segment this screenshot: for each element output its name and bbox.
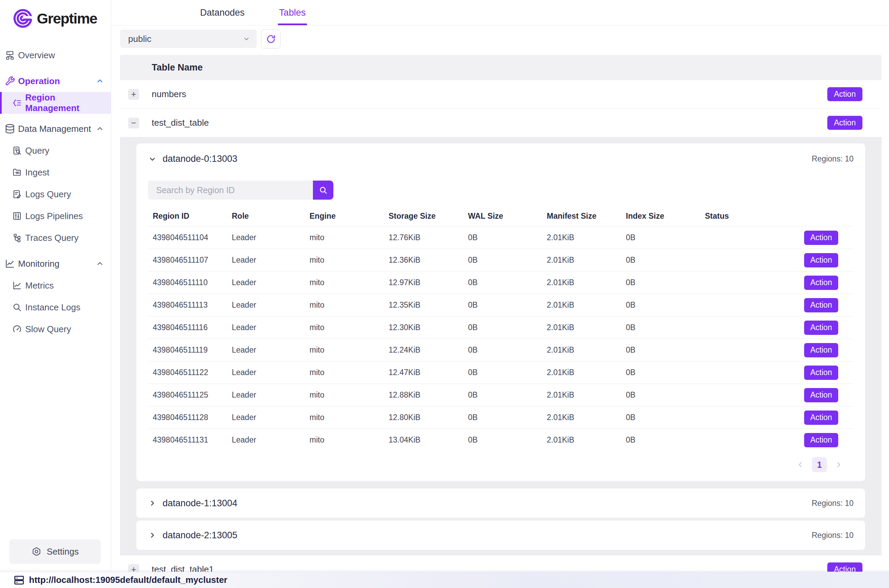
sidebar-item-metrics[interactable]: Metrics [0, 274, 111, 296]
table-row[interactable]: − test_dist_table Action [120, 109, 881, 137]
manifest-size-cell: 2.01KiB [547, 345, 626, 355]
tables-content: public Table Name [111, 26, 881, 584]
action-button[interactable]: Action [827, 116, 862, 130]
metrics-icon [12, 280, 22, 291]
sidebar-item-label: Slow Query [25, 324, 71, 334]
region-row[interactable]: 4398046511110 Leader mito 12.97KiB 0B 2.… [148, 271, 853, 294]
action-button[interactable]: Action [827, 87, 862, 101]
page-number[interactable]: 1 [812, 457, 827, 472]
chevron-down-icon[interactable] [148, 154, 157, 164]
app-window: Greptime Overview O [0, 0, 889, 588]
region-column-header: Engine [309, 212, 389, 221]
chevron-right-icon[interactable] [148, 531, 157, 540]
sidebar-item-label: Traces Query [25, 232, 79, 243]
region-action-button[interactable]: Action [804, 411, 838, 425]
cluster-name: default/default_mycluster [120, 575, 227, 585]
sidebar-item-overview[interactable]: Overview [0, 44, 111, 66]
region-action-button[interactable]: Action [804, 298, 838, 312]
sidebar-item-query[interactable]: Query [0, 140, 111, 162]
region-column-header: Region ID [153, 212, 232, 221]
datanode-card-collapsed[interactable]: datanode-1:13004 Regions: 10 [136, 489, 865, 518]
wal-size-cell: 0B [468, 413, 547, 422]
expand-plus-icon[interactable]: + [128, 89, 139, 100]
tab-datanodes[interactable]: Datanodes [200, 0, 245, 25]
main-area: Datanodes Tables public [111, 0, 889, 588]
region-id-cell: 4398046511104 [153, 233, 232, 242]
chevron-right-icon[interactable] [148, 499, 157, 508]
sidebar-item-label: Query [25, 146, 50, 156]
sidebar-item-logs-pipelines[interactable]: Logs Pipelines [0, 205, 111, 227]
server-url[interactable]: http://localhost:19095 [29, 575, 120, 585]
region-action-button[interactable]: Action [804, 366, 838, 380]
storage-size-cell: 13.04KiB [389, 435, 468, 445]
chevron-up-icon[interactable] [96, 77, 104, 85]
region-row[interactable]: 4398046511125 Leader mito 12.88KiB 0B 2.… [148, 384, 853, 406]
region-search-button[interactable] [313, 180, 333, 200]
storage-size-cell: 12.36KiB [389, 255, 468, 265]
settings-button[interactable]: Settings [9, 539, 101, 564]
wal-size-cell: 0B [468, 278, 547, 287]
datanode-card-collapsed[interactable]: datanode-2:13005 Regions: 10 [136, 520, 865, 550]
schema-select[interactable]: public [120, 30, 257, 48]
sidebar-item-slow-query[interactable]: Slow Query [0, 318, 111, 340]
sidebar-item-data-management[interactable]: Data Management [0, 118, 111, 140]
region-table-header-row: Region IDRoleEngineStorage SizeWAL SizeM… [148, 206, 853, 226]
sidebar-item-ingest[interactable]: Ingest [0, 162, 111, 183]
status-bar: http://localhost:19095 default/default_m… [0, 572, 889, 588]
logs-pipelines-icon [12, 211, 22, 221]
region-row[interactable]: 4398046511128 Leader mito 12.80KiB 0B 2.… [148, 406, 853, 429]
region-action-button[interactable]: Action [804, 321, 838, 335]
sidebar-item-monitoring[interactable]: Monitoring [0, 253, 111, 274]
gear-icon [32, 546, 42, 556]
index-size-cell: 0B [626, 233, 705, 242]
region-search-input[interactable] [148, 180, 313, 200]
storage-size-cell: 12.24KiB [389, 345, 468, 355]
region-row[interactable]: 4398046511122 Leader mito 12.47KiB 0B 2.… [148, 361, 853, 384]
region-action-button[interactable]: Action [804, 433, 838, 447]
prev-page-icon[interactable] [796, 460, 805, 469]
sidebar-item-instance-logs[interactable]: Instance Logs [0, 296, 111, 318]
monitoring-icon [5, 259, 15, 269]
region-action-button[interactable]: Action [804, 276, 838, 290]
datanode-card-header[interactable]: datanode-0:13003 Regions: 10 [148, 154, 853, 164]
region-management-icon [12, 98, 22, 108]
next-page-icon[interactable] [835, 460, 842, 469]
role-cell: Leader [232, 435, 309, 445]
refresh-icon [266, 34, 276, 44]
manifest-size-cell: 2.01KiB [547, 233, 626, 242]
sidebar-item-operation[interactable]: Operation [0, 70, 111, 92]
role-cell: Leader [232, 278, 309, 287]
region-id-cell: 4398046511110 [153, 278, 232, 287]
settings-label: Settings [47, 546, 79, 557]
engine-cell: mito [309, 300, 389, 310]
region-row[interactable]: 4398046511119 Leader mito 12.24KiB 0B 2.… [148, 339, 853, 361]
role-cell: Leader [232, 368, 309, 377]
table-row[interactable]: + numbers Action [120, 80, 881, 109]
region-row[interactable]: 4398046511104 Leader mito 12.76KiB 0B 2.… [148, 226, 853, 249]
sidebar-item-logs-query[interactable]: Logs Query [0, 183, 111, 205]
region-row[interactable]: 4398046511107 Leader mito 12.36KiB 0B 2.… [148, 249, 853, 271]
tab-tables[interactable]: Tables [279, 0, 306, 25]
region-row[interactable]: 4398046511131 Leader mito 13.04KiB 0B 2.… [148, 429, 853, 451]
sidebar-item-region-management[interactable]: Region Management [0, 92, 111, 114]
region-row[interactable]: 4398046511113 Leader mito 12.35KiB 0B 2.… [148, 294, 853, 316]
chevron-up-icon[interactable] [96, 124, 104, 133]
refresh-button[interactable] [261, 29, 281, 49]
region-id-cell: 4398046511113 [153, 300, 232, 310]
sidebar-item-traces-query[interactable]: Traces Query [0, 227, 111, 249]
region-action-button[interactable]: Action [804, 343, 838, 357]
region-action-button[interactable]: Action [804, 388, 838, 402]
region-row[interactable]: 4398046511116 Leader mito 12.30KiB 0B 2.… [148, 316, 853, 339]
brand-logo: Greptime [0, 0, 111, 32]
chevron-up-icon[interactable] [96, 260, 104, 268]
wal-size-cell: 0B [468, 435, 547, 445]
region-action-button[interactable]: Action [804, 231, 838, 245]
collapse-minus-icon[interactable]: − [128, 117, 139, 128]
engine-cell: mito [309, 390, 389, 400]
traces-query-icon [12, 232, 22, 243]
region-action-button[interactable]: Action [804, 253, 838, 267]
regions-count: Regions: 10 [812, 154, 853, 164]
sidebar-item-label: Metrics [25, 280, 54, 291]
region-id-cell: 4398046511125 [153, 390, 232, 400]
region-column-header: Index Size [626, 212, 705, 221]
